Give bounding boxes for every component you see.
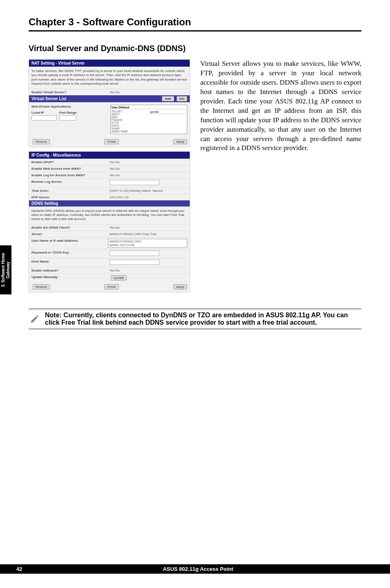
enable-vs-value[interactable]: Yes No <box>110 90 188 94</box>
ddns-desc: Dynamic-DNS (DDNS) allows you to export … <box>29 206 190 224</box>
row-label: Enable the DDNS Client? <box>31 226 110 229</box>
localip-label: Local IP <box>31 111 57 114</box>
portrange-label: Port Range <box>59 111 77 114</box>
row-val[interactable]: Yes No <box>110 167 188 171</box>
add-button[interactable]: Add <box>162 96 174 101</box>
row-label: Remote Log Server: <box>31 180 110 186</box>
wk-item[interactable]: SNMP TRAP <box>112 130 147 133</box>
localip-input[interactable] <box>31 115 57 121</box>
proto-label: proto <box>150 110 186 114</box>
remote-log-input[interactable] <box>110 180 159 185</box>
ddns-title: DDNS Setting <box>31 201 58 206</box>
section-title: Virtual Server and Dynamic-DNS (DDNS) <box>29 44 361 53</box>
finish-button[interactable]: Finish <box>104 284 119 290</box>
hostname-input[interactable] <box>110 260 159 265</box>
page-number: 42 <box>16 566 35 572</box>
timezone-select[interactable]: (GMT+11:00) Midway Island, Samoa <box>110 189 188 193</box>
body-text: Virtual Server allows you to make servic… <box>200 59 361 153</box>
chapter-title: Chapter 3 - Software Configuration <box>29 16 361 31</box>
wk-item[interactable]: FINGER <box>112 119 147 121</box>
row-label: Server: <box>31 232 110 236</box>
wildcard-val[interactable]: Yes No <box>110 269 188 272</box>
side-tab: 3. Software Home Gateway <box>0 245 11 294</box>
enable-vs-label: Enable Virtual Server? <box>31 90 110 94</box>
del-button[interactable]: Del <box>177 96 187 101</box>
apply-button[interactable]: Apply <box>173 284 187 290</box>
restore-button[interactable]: Restore <box>33 284 50 290</box>
wk-app-label: Well-Known Applications: <box>31 105 106 108</box>
row-val[interactable]: Yes No <box>110 173 188 177</box>
server-select[interactable]: WWW.DYNDNS.ORG Free Trial <box>110 232 188 236</box>
wk-item[interactable]: SMTP <box>112 113 147 116</box>
password-input[interactable] <box>110 251 159 256</box>
footer: 42 ASUS 802.11g Access Point <box>0 564 390 574</box>
vs-list-title: Virtual Server List <box>31 97 66 101</box>
row-label: Enable wildcard? <box>31 269 110 272</box>
row-val[interactable]: Yes No <box>110 160 188 164</box>
row-label: User Name or E-mail Address: <box>31 239 108 248</box>
ntp-input[interactable]: 128.129.1.10 <box>110 195 188 199</box>
panel-title: IP Config - Miscellaneous <box>29 152 190 159</box>
wk-item[interactable]: POP3 <box>112 124 147 127</box>
row-label: Password or TZO/S Key: <box>31 251 110 257</box>
ip-config-panel: IP Config - Miscellaneous Enable UPnP?Ye… <box>29 151 190 292</box>
row-label: Enable Web Access from WAN? <box>31 167 110 171</box>
row-label: Enable UPnP? <box>31 160 110 164</box>
panel-title: NAT Setting - Virtual Server <box>29 60 190 67</box>
row-label: Update Manually: <box>31 275 110 281</box>
row-label: Host Name: <box>31 260 110 266</box>
wk-item[interactable]: DNS <box>112 116 147 119</box>
pencil-icon <box>29 312 41 326</box>
nat-virtual-server-panel: NAT Setting - Virtual Server To make ser… <box>29 59 190 147</box>
row-label: Enable Log for Access from WAN? <box>31 173 110 177</box>
footer-title: ASUS 802.11g Access Point <box>35 566 361 572</box>
username-dropdown[interactable]: WWW.DYNDNS.ORG WWW.TZO.COM <box>108 239 188 248</box>
wk-item[interactable]: HTTP <box>112 121 147 124</box>
restore-button[interactable]: Restore <box>33 139 50 144</box>
row-label: NTP Server: <box>31 195 110 199</box>
update-button[interactable]: Update <box>111 275 127 281</box>
wk-item[interactable]: SNMP <box>112 127 147 130</box>
note-text: Note: Currently, clients connected to Dy… <box>45 312 361 326</box>
apply-button[interactable]: Apply <box>173 139 187 144</box>
row-label: Time Zone: <box>31 189 110 193</box>
panel-desc: To make services, like WWW, FTP, provide… <box>29 67 190 89</box>
row-val[interactable]: Yes No <box>110 226 188 229</box>
wk-selected[interactable]: User Defined <box>112 106 186 109</box>
finish-button[interactable]: Finish <box>104 139 119 144</box>
portrange-input[interactable] <box>59 115 76 121</box>
wk-item[interactable]: TELNET <box>112 110 147 113</box>
